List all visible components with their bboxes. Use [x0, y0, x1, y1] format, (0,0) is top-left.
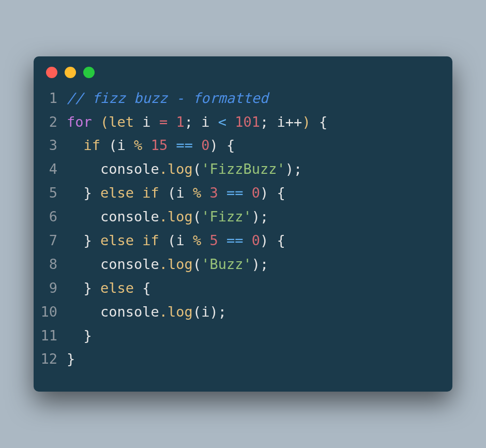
token-paren-w: ) [260, 232, 268, 248]
line-number: 7 [37, 229, 67, 252]
token-ident: i [176, 185, 184, 201]
line-number: 1 [37, 86, 67, 110]
token-ident: i [142, 114, 150, 130]
token-op [168, 114, 176, 130]
token-str: 'Buzz' [201, 256, 252, 272]
code-content[interactable]: console.log('Buzz'); [67, 252, 441, 276]
code-line[interactable]: 10 console.log(i); [37, 300, 441, 324]
token-op [67, 232, 84, 248]
token-op [311, 114, 319, 130]
token-op-eq: == [226, 232, 244, 248]
token-paren-w: ( [168, 185, 176, 201]
code-content[interactable]: } else if (i % 3 == 0) { [67, 181, 441, 205]
token-op [142, 137, 150, 153]
token-op [67, 185, 84, 201]
token-brace: { [277, 185, 285, 201]
token-op [268, 114, 277, 130]
code-content[interactable]: console.log('Fizz'); [67, 205, 441, 229]
token-obj: console [100, 208, 159, 225]
line-number: 8 [37, 252, 67, 276]
token-op [67, 280, 84, 296]
token-op [209, 114, 218, 130]
line-number: 9 [37, 276, 67, 300]
code-line[interactable]: 8 console.log('Buzz'); [37, 252, 441, 276]
token-ident: i [277, 114, 285, 130]
code-content[interactable]: } [67, 347, 441, 371]
code-line[interactable]: 6 console.log('Fizz'); [37, 205, 441, 229]
maximize-icon[interactable] [83, 67, 95, 78]
close-icon[interactable] [46, 67, 57, 78]
token-op [226, 114, 235, 130]
code-content[interactable]: } [67, 324, 441, 348]
token-brace: } [84, 232, 92, 248]
line-number: 3 [37, 133, 67, 157]
token-op-mod: % [134, 137, 142, 153]
token-paren-w: ( [193, 304, 201, 320]
code-line[interactable]: 9 } else { [37, 276, 441, 300]
token-kw-let: let [109, 114, 134, 130]
code-content[interactable]: } else { [67, 276, 441, 300]
token-fn: log [168, 256, 193, 272]
code-content[interactable]: // fizz buzz - formatted [67, 86, 441, 110]
token-semi: ; [185, 114, 193, 130]
code-editor[interactable]: 1// fizz buzz - formatted2for (let i = 1… [34, 79, 452, 392]
token-op [268, 185, 277, 201]
code-line[interactable]: 12} [37, 347, 441, 371]
code-content[interactable]: console.log('FizzBuzz'); [67, 157, 441, 181]
token-op [243, 232, 251, 248]
code-window: 1// fizz buzz - formatted2for (let i = 1… [34, 56, 452, 392]
token-brace: } [84, 327, 92, 344]
token-brace: } [84, 280, 92, 296]
token-brace: } [84, 185, 92, 201]
token-op [67, 327, 84, 344]
code-line[interactable]: 1// fizz buzz - formatted [37, 86, 441, 110]
token-op [218, 232, 226, 248]
token-paren-w: ( [168, 232, 176, 248]
token-num: 0 [252, 232, 260, 248]
code-line[interactable]: 2for (let i = 1; i < 101; i++) { [37, 110, 441, 134]
token-str: 'Fizz' [201, 208, 252, 225]
token-num: 1 [176, 114, 184, 130]
token-op [134, 114, 142, 130]
code-content[interactable]: if (i % 15 == 0) { [67, 133, 441, 157]
token-op [67, 137, 84, 153]
token-op [193, 137, 201, 153]
token-op [67, 304, 100, 320]
token-op-mod: % [193, 185, 201, 201]
token-op [67, 208, 100, 225]
line-number: 10 [37, 300, 67, 324]
line-number: 4 [37, 157, 67, 181]
token-brace: } [67, 351, 75, 367]
token-op [218, 185, 226, 201]
token-op [92, 114, 100, 130]
code-content[interactable]: console.log(i); [67, 300, 441, 324]
code-line[interactable]: 3 if (i % 15 == 0) { [37, 133, 441, 157]
token-semi: ; [294, 161, 302, 177]
token-paren-w: ) [260, 185, 268, 201]
code-line[interactable]: 7 } else if (i % 5 == 0) { [37, 229, 441, 252]
code-line[interactable]: 5 } else if (i % 3 == 0) { [37, 181, 441, 205]
minimize-icon[interactable] [65, 67, 76, 78]
token-op [126, 137, 134, 153]
token-paren-w: ( [109, 137, 117, 153]
token-brace: { [142, 280, 150, 296]
code-content[interactable]: for (let i = 1; i < 101; i++) { [67, 110, 441, 134]
code-line[interactable]: 11 } [37, 324, 441, 348]
token-kw-cond: if [84, 137, 101, 153]
token-str: 'FizzBuzz' [201, 161, 285, 177]
token-paren: ) [302, 114, 310, 130]
token-paren-w: ( [193, 256, 201, 272]
token-ident: i [201, 304, 209, 320]
token-brace: { [319, 114, 327, 130]
token-ident: i [201, 114, 209, 130]
code-line[interactable]: 4 console.log('FizzBuzz'); [37, 157, 441, 181]
token-op-mod: % [193, 232, 201, 248]
code-content[interactable]: } else if (i % 5 == 0) { [67, 229, 441, 252]
token-op [159, 185, 168, 201]
token-ident: i [117, 137, 126, 153]
token-op [100, 137, 109, 153]
token-op [185, 185, 193, 201]
token-paren-w: ) [285, 161, 294, 177]
token-dot-op: . [159, 304, 168, 320]
token-ident: i [176, 232, 184, 248]
